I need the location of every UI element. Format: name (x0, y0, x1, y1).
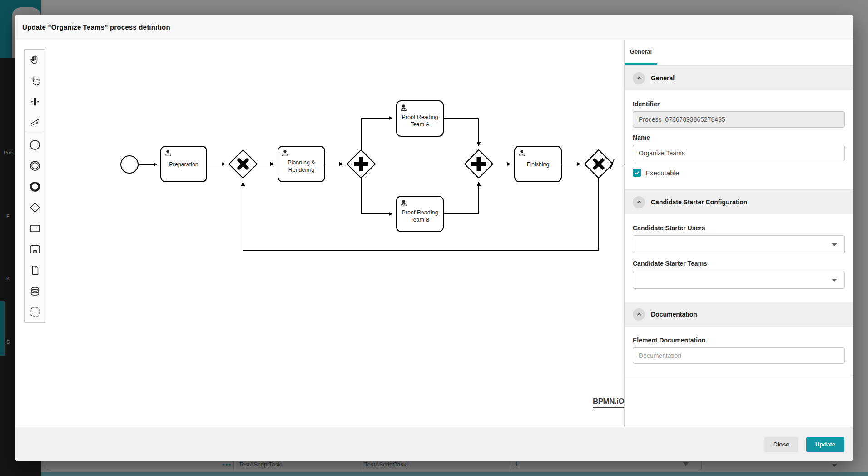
identifier-label: Identifier (633, 100, 845, 108)
flow-split-to-team-b[interactable] (361, 178, 392, 214)
group-icon[interactable] (25, 302, 45, 322)
executable-row: Executable (633, 169, 845, 177)
task-proof-reading-team-a[interactable]: Proof Reading Team A (397, 101, 443, 136)
flow-team-b-to-join[interactable] (443, 182, 479, 214)
gateway-exclusive-1[interactable] (229, 150, 257, 178)
intermediate-event-icon[interactable] (25, 155, 45, 176)
section-title: Candidate Starter Configuration (651, 198, 747, 206)
name-input[interactable] (633, 145, 845, 161)
bpmn-palette (24, 49, 45, 323)
collapse-chevron-icon[interactable] (633, 72, 645, 84)
element-documentation-input[interactable] (633, 347, 845, 364)
candidate-users-label: Candidate Starter Users (633, 224, 845, 232)
bpmn-canvas[interactable]: Preparation Planning & Rendering (15, 40, 625, 427)
modal-header: Update "Organize Teams" process definiti… (15, 15, 853, 40)
svg-text:Rendering: Rendering (288, 167, 315, 173)
data-object-icon[interactable] (25, 260, 45, 281)
svg-text:Finishing: Finishing (526, 161, 549, 168)
hand-tool-icon[interactable] (25, 50, 45, 70)
svg-text:Team A: Team A (411, 121, 430, 128)
section-body-candidate: Candidate Starter Users Candidate Starte… (625, 214, 853, 302)
section-header-candidate[interactable]: Candidate Starter Configuration (625, 190, 853, 214)
properties-panel: General General Identifier Name (625, 40, 853, 427)
modal-footer: Close Update (15, 427, 853, 461)
section-body-documentation: Element Documentation (625, 327, 853, 377)
gateway-exclusive-2[interactable] (585, 150, 613, 178)
screen: Pub F K S TestAScriptTaskI TestAScriptTa… (0, 0, 868, 476)
task-proof-reading-team-b[interactable]: Proof Reading Team B (397, 196, 443, 232)
sequence-flows[interactable] (139, 118, 625, 250)
update-button[interactable]: Update (806, 437, 844, 452)
lasso-tool-icon[interactable] (25, 70, 45, 91)
collapse-chevron-icon[interactable] (633, 308, 645, 321)
executable-label: Executable (645, 169, 679, 177)
bpmn-diagram: Preparation Planning & Rendering (15, 40, 625, 427)
tab-general[interactable]: General (625, 40, 657, 65)
section-title: Documentation (651, 311, 697, 318)
process-definition-modal: Update "Organize Teams" process definiti… (15, 15, 853, 461)
section-header-general[interactable]: General (625, 66, 853, 90)
svg-text:Planning &: Planning & (288, 159, 315, 166)
bpmn-io-logo[interactable]: BPMN.iO (593, 397, 624, 408)
task-preparation[interactable]: Preparation (161, 146, 207, 182)
modal-title: Update "Organize Teams" process definiti… (22, 23, 170, 31)
name-label: Name (633, 134, 845, 141)
space-tool-icon[interactable] (25, 91, 45, 112)
svg-text:Preparation: Preparation (169, 161, 198, 168)
data-store-icon[interactable] (25, 281, 45, 302)
executable-checkbox[interactable] (633, 169, 641, 177)
svg-text:Proof Reading: Proof Reading (402, 114, 438, 120)
section-title: General (651, 74, 675, 82)
modal-body: Preparation Planning & Rendering (15, 40, 853, 427)
subprocess-icon[interactable] (25, 239, 45, 260)
svg-text:Team B: Team B (410, 217, 429, 223)
start-event[interactable] (121, 156, 138, 173)
caret-down-icon (832, 243, 837, 246)
end-event-icon[interactable] (25, 176, 45, 197)
task-planning-rendering[interactable]: Planning & Rendering (278, 146, 325, 182)
identifier-input[interactable] (633, 111, 845, 128)
panel-tabs: General (625, 40, 853, 66)
flow-split-to-team-a[interactable] (361, 118, 392, 150)
svg-text:Proof Reading: Proof Reading (402, 209, 438, 216)
gateway-icon[interactable] (25, 197, 45, 218)
task-icon[interactable] (25, 218, 45, 239)
collapse-chevron-icon[interactable] (633, 196, 645, 208)
palette-separator (27, 134, 43, 134)
start-event-icon[interactable] (25, 134, 45, 155)
gateway-parallel-split[interactable] (347, 150, 375, 178)
candidate-teams-label: Candidate Starter Teams (633, 260, 845, 267)
candidate-teams-select[interactable] (633, 271, 845, 289)
gateway-parallel-join[interactable] (465, 150, 493, 178)
caret-down-icon (832, 279, 837, 282)
flow-team-a-to-join[interactable] (443, 118, 479, 146)
element-documentation-label: Element Documentation (633, 337, 845, 344)
global-connect-tool-icon[interactable] (25, 112, 45, 133)
task-finishing[interactable]: Finishing (515, 146, 561, 182)
candidate-users-select[interactable] (633, 235, 845, 253)
close-button[interactable]: Close (764, 437, 798, 452)
section-header-documentation[interactable]: Documentation (625, 302, 853, 327)
section-body-general: Identifier Name Executable (625, 90, 853, 190)
